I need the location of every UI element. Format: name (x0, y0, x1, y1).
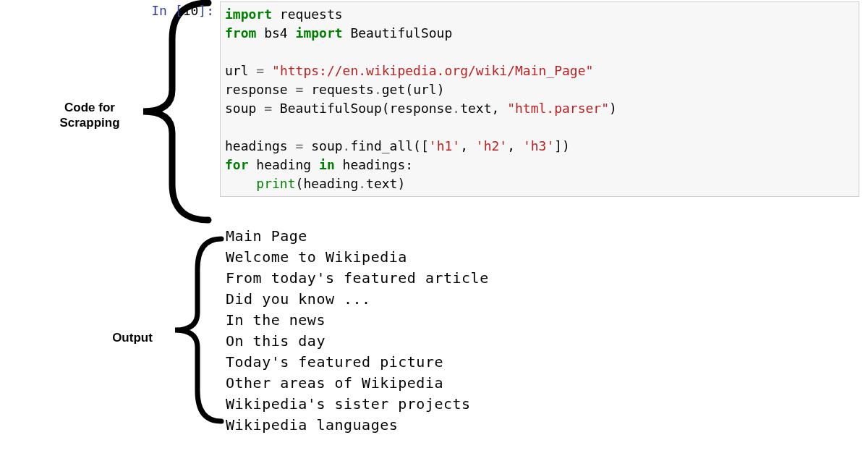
code-string: "https://en.wikipedia.org/wiki/Main_Page… (264, 63, 593, 78)
output-line: Welcome to Wikipedia (226, 248, 407, 266)
code-text: text) (366, 176, 405, 191)
code-op: . (343, 138, 351, 153)
code-string: 'h2' (476, 138, 507, 153)
code-string: 'h3' (523, 138, 554, 153)
kw-import: import (296, 25, 343, 41)
code-text: heading (249, 157, 320, 172)
prompt-close: ]: (198, 3, 214, 18)
code-text: soup (225, 101, 264, 116)
code-op: = (264, 101, 272, 116)
code-text: requests (272, 7, 343, 22)
code-text: url (225, 63, 256, 78)
code-text: get(url) (382, 82, 445, 97)
code-string: "html.parser" (507, 101, 609, 116)
kw-import: import (225, 7, 272, 22)
kw-for: for (225, 157, 249, 172)
code-text: soup (303, 138, 342, 153)
prompt-open: [ (175, 3, 183, 18)
code-text: requests (303, 82, 374, 97)
code-text: bs4 (256, 25, 295, 41)
code-op: = (296, 138, 304, 153)
kw-from: from (225, 25, 256, 41)
kw-in: in (319, 157, 335, 172)
code-text: find_all([ (350, 138, 428, 153)
code-text: ]) (554, 138, 570, 153)
code-text: BeautifulSoup(response (272, 101, 452, 116)
code-text: response (225, 82, 296, 97)
code-indent (225, 176, 256, 191)
output-line: Main Page (226, 227, 307, 245)
output-line: From today's featured article (226, 269, 489, 287)
annotation-code-label: Code for Scrapping (54, 100, 126, 131)
code-op: . (452, 101, 460, 116)
code-string: 'h1' (429, 138, 460, 153)
brace-output (165, 233, 230, 427)
prompt-number: 10 (183, 3, 199, 18)
code-text: text, (460, 101, 507, 116)
output-line: In the news (226, 311, 326, 329)
code-text: BeautifulSoup (343, 25, 453, 41)
output-line: Wikipedia languages (226, 416, 398, 434)
code-text: , (507, 138, 523, 153)
output-line: Did you know ... (226, 290, 371, 308)
output-line: On this day (226, 332, 326, 350)
prompt-in: In (151, 3, 175, 18)
output-line: Today's featured picture (226, 353, 443, 371)
output-line: Wikipedia's sister projects (226, 395, 471, 413)
code-cell[interactable]: import requests from bs4 import Beautifu… (220, 1, 859, 197)
code-text: headings (225, 138, 296, 153)
code-builtin: print (256, 176, 295, 191)
output-line: Other areas of Wikipedia (226, 374, 443, 392)
input-prompt: In [10]: (137, 2, 214, 20)
code-op: . (358, 176, 366, 191)
code-text: , (460, 138, 476, 153)
annotation-output-text: Output (112, 331, 153, 345)
annotation-code-line1: Code for (64, 101, 115, 114)
code-op: = (256, 63, 264, 78)
code-op: = (296, 82, 304, 97)
code-text: headings: (335, 157, 413, 172)
code-text: (heading (296, 176, 359, 191)
annotation-code-line2: Scrapping (59, 116, 119, 130)
output-area: Main Page Welcome to Wikipedia From toda… (226, 226, 855, 436)
annotation-output-label: Output (103, 330, 161, 345)
code-op: . (374, 82, 382, 97)
code-text: ) (609, 101, 617, 116)
brace-code (129, 0, 223, 227)
